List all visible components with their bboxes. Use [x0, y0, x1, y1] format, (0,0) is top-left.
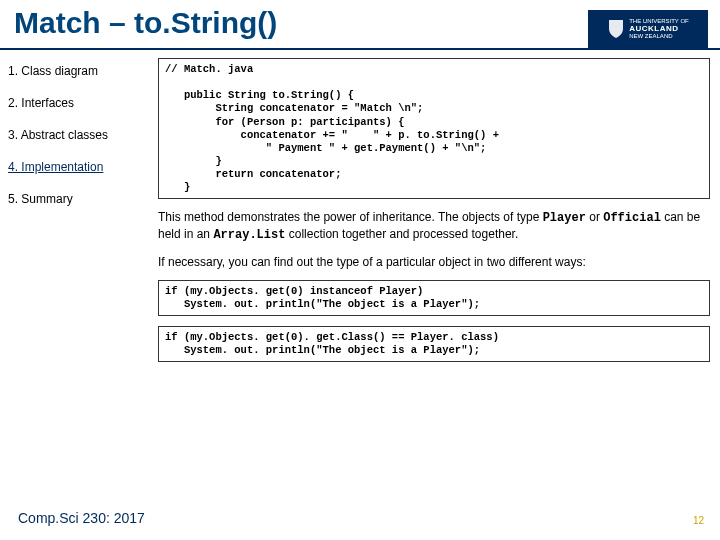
header-divider [0, 48, 720, 50]
footer-course: Comp.Sci 230: 2017 [18, 510, 145, 526]
header: Match – to.String() THE UNIVERSITY OF AU… [0, 0, 720, 52]
slide-number: 12 [693, 515, 704, 526]
sidebar-item-implementation[interactable]: 4. Implementation [0, 156, 150, 188]
sidebar-item-class-diagram[interactable]: 1. Class diagram [0, 60, 150, 92]
sidebar-item-summary[interactable]: 5. Summary [0, 188, 150, 220]
logo-line3: NEW ZEALAND [629, 33, 689, 40]
logo-line2: AUCKLAND [629, 25, 689, 34]
code-block-2: if (my.Objects. get(0) instanceof Player… [158, 280, 710, 316]
sidebar-item-interfaces[interactable]: 2. Interfaces [0, 92, 150, 124]
sidebar: 1. Class diagram 2. Interfaces 3. Abstra… [0, 60, 150, 220]
paragraph-2: If necessary, you can find out the type … [158, 254, 710, 270]
main-content: // Match. java public String to.String()… [158, 58, 710, 372]
code-block-1: // Match. java public String to.String()… [158, 58, 710, 199]
paragraph-1: This method demonstrates the power of in… [158, 209, 710, 243]
shield-icon [607, 18, 625, 40]
sidebar-item-abstract-classes[interactable]: 3. Abstract classes [0, 124, 150, 156]
code-block-3: if (my.Objects. get(0). get.Class() == P… [158, 326, 710, 362]
university-logo: THE UNIVERSITY OF AUCKLAND NEW ZEALAND [588, 10, 708, 48]
slide-title: Match – to.String() [14, 6, 277, 40]
